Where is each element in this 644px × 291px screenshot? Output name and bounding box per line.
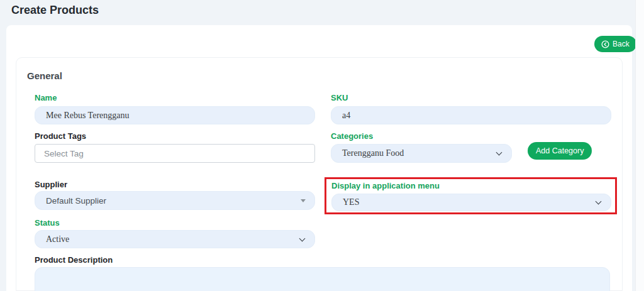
add-category-button[interactable]: Add Category xyxy=(528,142,592,160)
status-label: Status xyxy=(35,218,60,228)
display-in-app-menu-selected-value: YES xyxy=(343,197,359,207)
page-title: Create Products xyxy=(11,4,99,17)
add-category-button-label: Add Category xyxy=(536,146,584,155)
back-arrow-circle-icon xyxy=(601,40,609,48)
categories-selected-value: Terengganu Food xyxy=(342,148,404,158)
supplier-select[interactable]: Default Supplier xyxy=(35,191,315,210)
product-description-textarea[interactable] xyxy=(35,267,610,291)
chevron-down-icon xyxy=(496,150,502,156)
supplier-label: Supplier xyxy=(35,180,67,189)
product-description-label: Product Description xyxy=(35,255,113,265)
product-tags-label: Product Tags xyxy=(35,131,86,141)
supplier-selected-value: Default Supplier xyxy=(46,196,106,206)
sku-label: SKU xyxy=(331,93,348,102)
name-label: Name xyxy=(35,93,57,102)
status-selected-value: Active xyxy=(46,234,69,244)
display-in-app-menu-label: Display in application menu xyxy=(331,181,440,190)
categories-label: Categories xyxy=(331,131,373,141)
scrollbar-track[interactable] xyxy=(635,0,644,291)
categories-select[interactable]: Terengganu Food xyxy=(331,144,512,163)
display-in-app-menu-select[interactable]: YES xyxy=(331,194,611,211)
chevron-down-icon xyxy=(299,235,306,241)
status-select[interactable]: Active xyxy=(35,230,315,248)
name-input[interactable] xyxy=(35,106,315,124)
back-button-label: Back xyxy=(613,40,630,48)
product-tags-input[interactable] xyxy=(35,144,315,163)
sku-input[interactable] xyxy=(331,106,611,124)
back-button[interactable]: Back xyxy=(594,36,636,52)
caret-down-icon xyxy=(301,199,306,202)
chevron-down-icon xyxy=(596,199,602,205)
section-title: General xyxy=(27,70,62,81)
create-products-page: Create Products Back General Name SKU Pr… xyxy=(0,0,644,291)
